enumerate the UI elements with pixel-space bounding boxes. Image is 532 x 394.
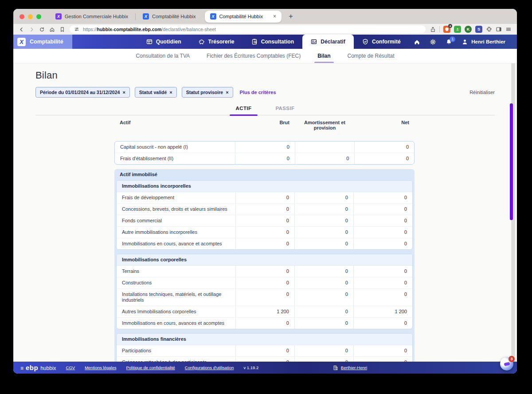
extension-icons: 4±KS [443,26,482,33]
nav-item-quotidien[interactable]: Quotidien [138,35,190,49]
plusminus-extension-icon[interactable]: ± [454,26,461,33]
app-brand[interactable]: X Comptabilité [13,35,72,49]
page-content: Bilan Période du 01/01/2024 au 31/12/202… [13,63,517,362]
chip-remove-icon[interactable]: × [226,90,228,95]
more-criteria-link[interactable]: Plus de critères [240,90,276,95]
back-icon[interactable] [19,27,24,32]
s-extension-icon[interactable]: S [475,26,482,33]
chip-remove-icon[interactable]: × [169,90,172,95]
shield-extension-icon[interactable]: 4 [443,26,450,33]
chip-remove-icon[interactable]: × [122,90,125,95]
share-icon[interactable] [430,27,436,32]
amort-value: 0 [294,318,353,329]
tab-close-icon[interactable]: × [273,13,276,20]
footer-link-mentions-l-gales[interactable]: Mentions légales [85,365,116,370]
brut-value: 0 [235,153,295,164]
amort-value: 0 [294,306,353,317]
nav-item-dclaratif[interactable]: Déclaratif [302,35,354,49]
bookmark-icon[interactable] [59,27,65,32]
amort-value: 0 [294,238,353,249]
table-row: Autre immobilisations incorporelles000 [117,226,412,238]
nav-item-trsorerie[interactable]: Trésorerie [190,35,243,49]
brut-value: 0 [235,277,294,288]
table-row: Frais d'établissement (II)000 [115,153,414,164]
balance-group: Actif immobiliséImmobilisations incorpor… [114,169,415,362]
net-value: 0 [353,238,412,249]
fullscreen-window-button[interactable] [36,14,41,19]
amort-value: 0 [294,215,353,226]
footer-link-configurations-d-utilisation[interactable]: Configurations d'utilisation [185,365,234,370]
amort-value: 0 [294,192,353,203]
puzzle-extensions-icon[interactable] [486,26,492,32]
url-path: /declarative/balance-sheet [161,27,216,32]
net-value: 0 [353,318,412,329]
section-title: Immobilisations financières [117,334,412,345]
extension-badge: 4 [448,24,452,28]
subnav-item-bilan[interactable]: Bilan [317,49,330,63]
nav-item-label: Quotidien [156,39,181,45]
notifications-bell-icon[interactable]: 1 [446,39,452,45]
toolbar-divider [439,26,440,32]
brut-value: 0 [235,238,294,249]
minimize-window-button[interactable] [28,14,33,19]
user-menu[interactable]: Henri Berthier [462,39,505,45]
filter-chip[interactable]: Statut validé× [135,87,177,98]
scrollbar-track[interactable] [511,63,515,362]
balance-section: Immobilisations financièresParticipation… [116,333,413,362]
browser-tab[interactable]: XGestion Commerciale Hubbix [48,9,135,24]
balance-section: Immobilisations corporellesTerrains000Co… [116,254,413,329]
actif-passif-tabs: ACTIFPASSIF [35,106,495,115]
nav-item-label: Trésorerie [208,39,235,45]
subnav-item-consultation-de-la-tva[interactable]: Consultation de la TVA [136,49,190,63]
footer-link-cgv[interactable]: CGV [66,365,75,370]
row-label: Frais d'établissement (II) [115,153,235,164]
filter-row: Période du 01/01/2024 au 31/12/2024×Stat… [35,87,495,98]
reset-link[interactable]: Réinitialiser [469,90,495,95]
hubbix-logo-text: hubbix [40,365,56,371]
home-icon[interactable] [49,27,55,32]
url-bar[interactable]: https://hubbix-comptabilite.ebp.com/decl… [70,25,426,33]
browser-tab[interactable]: XComptabilité Hubbix× [205,11,282,23]
net-value: 0 [354,153,414,164]
filter-chip-label: Statut provisoire [186,90,223,95]
scrollbar-thumb[interactable] [510,103,513,220]
consultation-icon [251,39,258,45]
row-label: Fonds commercial [117,215,235,226]
footer-link-politique-de-confidentialit-[interactable]: Politique de confidentialité [126,365,175,370]
footer-user-name: Berthier-Henri [341,365,367,370]
subnav-item-compte-de-r-sultat[interactable]: Compte de Résultat [347,49,394,63]
k-extension-icon[interactable]: K [465,26,472,33]
section-title: Immobilisations corporelles [117,254,412,266]
net-value: 0 [353,345,412,356]
toolbar-right: 4±KS [430,26,512,33]
row-label: Concessions, brevets, droits et valeurs … [117,204,235,215]
close-window-button[interactable] [20,14,24,19]
subnav-item-fichier-des--critures-comptables--fec-[interactable]: Fichier des Écritures Comptables (FEC) [207,49,301,63]
browser-tab[interactable]: XComptabilité Hubbix [136,9,203,24]
menu-icon[interactable] [505,26,512,32]
chat-widget-button[interactable]: 3 [500,357,513,370]
brut-value: 0 [235,345,294,356]
tab-passif[interactable]: PASSIF [269,106,301,115]
filter-chip[interactable]: Période du 01/01/2024 au 31/12/2024× [35,87,130,98]
reload-icon[interactable] [39,27,45,32]
tab-actif[interactable]: ACTIF [230,106,258,115]
nav-item-conformit[interactable]: Conformité [354,35,409,49]
forward-icon[interactable] [29,27,35,32]
settings-gear-icon[interactable] [430,39,436,45]
building-icon [333,365,338,370]
tab-title: Comptabilité Hubbix [152,14,196,19]
browser-window: XGestion Commerciale HubbixXComptabilité… [13,9,517,374]
net-value: 0 [353,192,412,203]
new-tab-button[interactable]: + [289,12,293,21]
footer-user-link[interactable]: Berthier-Henri [333,365,367,370]
filter-chip[interactable]: Statut provisoire× [182,87,233,98]
net-value: 0 [353,227,412,238]
nav-item-consultation[interactable]: Consultation [243,35,303,49]
amort-value: 0 [294,289,353,306]
home-nav-icon[interactable] [414,39,420,45]
site-settings-icon[interactable] [74,27,79,32]
sidebar-toggle-icon[interactable] [496,26,502,32]
url-domain: hubbix-comptabilite.ebp.com [97,27,162,32]
hubbix-logo-icon: X [17,38,26,46]
